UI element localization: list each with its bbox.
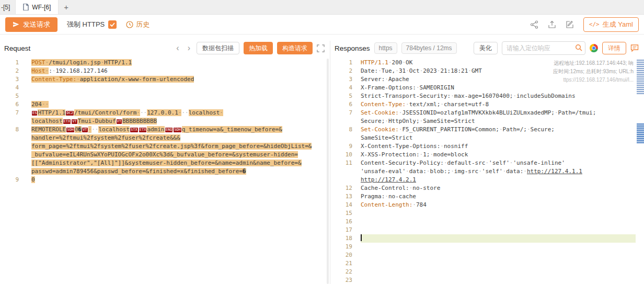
details-button[interactable]: 详情 <box>602 42 626 54</box>
minimap-block <box>637 123 644 143</box>
force-https-toggle: 强制 HTTPS <box>67 20 117 29</box>
search-input[interactable] <box>502 41 585 55</box>
code-text <box>361 268 636 276</box>
line-number: 5 <box>335 92 361 100</box>
send-icon <box>13 21 19 28</box>
code-line: 17 <box>335 226 644 234</box>
control-char-icon: STX <box>130 128 138 132</box>
code-segment: X-XSS-Protection:·1;·mode=block <box>361 151 468 158</box>
code-line: 7ESHTTP/1.1DC2/tmui/Control/form···127.0… <box>4 109 330 117</box>
fullscreen-icon[interactable] <box>317 44 325 52</box>
code-text: Set-Cookie:·JSESSIONID=ozlafg1mTMVKXkbk4… <box>361 109 636 117</box>
code-text <box>361 218 636 226</box>
code-segment: [["Administrator","[All]"]]&systemuser-h… <box>31 160 302 166</box>
line-number: 19 <box>335 243 361 251</box>
code-line: 6204·· <box>4 100 330 109</box>
add-tab-button[interactable]: + <box>59 3 74 12</box>
edit-icon[interactable] <box>566 20 574 29</box>
tab-wf[interactable]: WF-[6] <box>15 0 59 14</box>
code-text: http://127.4.2.1 <box>361 176 636 184</box>
response-editor[interactable]: 1HTTP/1.1·200·OK2Date:·Tue,·31·Oct·2023·… <box>335 59 644 284</box>
line-number: 23 <box>335 276 361 284</box>
code-line: 16 <box>335 218 644 226</box>
control-char-icon: ETX <box>139 128 147 132</box>
chevron-right-icon[interactable]: › <box>186 44 192 52</box>
code-segment: /tmui/Control/form· <box>74 109 140 116</box>
line-number: 4 <box>335 84 361 92</box>
code-segment: ·· <box>140 109 147 116</box>
line-number: 12 <box>335 184 361 192</box>
tab-label: WF-[6] <box>32 4 51 11</box>
line-number: 4 <box>4 84 31 92</box>
code-segment: Cache-Control:·no-store <box>361 185 440 191</box>
line-number: 6 <box>4 100 31 109</box>
code-text: Pragma:·no-cache <box>361 192 636 201</box>
code-line: 3Content-Type:·application/x-www-form-ur… <box>4 75 330 84</box>
build-request-button[interactable]: 构造请求 <box>277 42 313 54</box>
beautify-button[interactable]: 美化 <box>474 42 498 54</box>
line-number <box>335 117 361 126</box>
line-number: 15 <box>335 209 361 218</box>
code-text: Cache-Control:·no-store <box>361 184 636 192</box>
send-request-button[interactable]: 发送请求 <box>5 17 58 32</box>
minimap-block <box>637 60 644 94</box>
share-icon[interactable] <box>530 20 538 29</box>
force-https-checkbox[interactable] <box>108 20 117 29</box>
packet-scan-button[interactable]: 数据包扫描 <box>197 42 239 54</box>
request-editor[interactable]: 1POST·/tmui/login.jsp·HTTP/1.12Host·:·19… <box>4 59 330 284</box>
code-line: 22 <box>335 268 644 276</box>
code-text <box>361 251 636 259</box>
line-number <box>335 176 361 184</box>
comment-icon[interactable] <box>630 44 639 52</box>
code-line: 4X-Frame-Options:·SAMEORIGIN <box>335 84 644 92</box>
line-number: 14 <box>335 201 361 209</box>
code-line: 19 <box>335 243 644 251</box>
code-line: 21 <box>335 259 644 268</box>
search-icon[interactable] <box>575 44 582 51</box>
request-scrollbar[interactable] <box>327 59 329 284</box>
response-panel: Responses https 784bytes / 12ms 美化 详情 1H… <box>330 41 644 284</box>
code-segment: http://127.4.1.1 <box>527 168 582 175</box>
code-text: _bufvalue=eIL4RUnSwXYoPUIOGcOFx2o00Xc%3d… <box>31 151 321 159</box>
code-segment: ·200·OK <box>388 59 412 66</box>
code-segment: ·· <box>181 109 188 116</box>
code-segment: handler=%2ftmui%2fsystem%2fuser%2fcreate… <box>31 134 180 141</box>
code-text: SameSite=Strict <box>361 134 636 142</box>
line-number: 3 <box>4 75 31 84</box>
export-icon[interactable] <box>548 20 556 29</box>
code-segment: ·· <box>91 126 98 133</box>
response-meta: 远程地址:192.168.127.146:443; 响 应时间:12ms; 总耗… <box>553 59 634 84</box>
history-button[interactable]: 历史 <box>126 20 150 29</box>
send-request-label: 发送请求 <box>23 20 50 29</box>
line-number <box>4 151 31 159</box>
code-segment: Set-Cookie: <box>361 126 399 133</box>
code-segment: REMOTEROLE <box>31 126 66 133</box>
line-number: 1 <box>335 59 361 67</box>
line-number: 1 <box>4 59 31 67</box>
line-number: 8 <box>335 126 361 134</box>
code-text: form_page=%2ftmui%2fsystem%2fuser%2fcrea… <box>31 142 321 151</box>
chevron-left-icon[interactable]: ‹ <box>174 44 181 52</box>
code-text: ESHTTP/1.1DC2/tmui/Control/form···127.0.… <box>31 109 321 117</box>
code-segment: Content-Length: <box>361 201 412 208</box>
code-line: 4 <box>4 84 330 92</box>
code-line: 12Cache-Control:·no-store <box>335 184 644 192</box>
code-line: 13Pragma:·no-cache <box>335 192 644 201</box>
hot-reload-button[interactable]: 热加载 <box>244 42 273 54</box>
line-number: 18 <box>335 234 361 243</box>
force-https-label: 强制 HTTPS <box>67 20 105 29</box>
code-segment: HTTP/1.1 <box>38 109 65 116</box>
line-number: 9 <box>335 142 361 151</box>
line-number <box>335 134 361 142</box>
minimap[interactable] <box>637 60 644 284</box>
code-segment: Content-Type: <box>31 76 76 83</box>
clock-icon <box>126 21 133 28</box>
generate-yaml-button[interactable]: </> 生成 Yaml <box>583 17 639 32</box>
line-number: 2 <box>4 67 31 75</box>
protocol-badge: https <box>374 42 397 54</box>
code-line: 11Content-Security-Policy:·default-src·'… <box>335 159 644 167</box>
code-line: Secure;·HttpOnly;·SameSite=Strict <box>335 117 644 126</box>
code-segment: Server:·Apache <box>361 76 409 83</box>
chrome-icon[interactable] <box>590 44 598 52</box>
line-number: 7 <box>335 109 361 117</box>
